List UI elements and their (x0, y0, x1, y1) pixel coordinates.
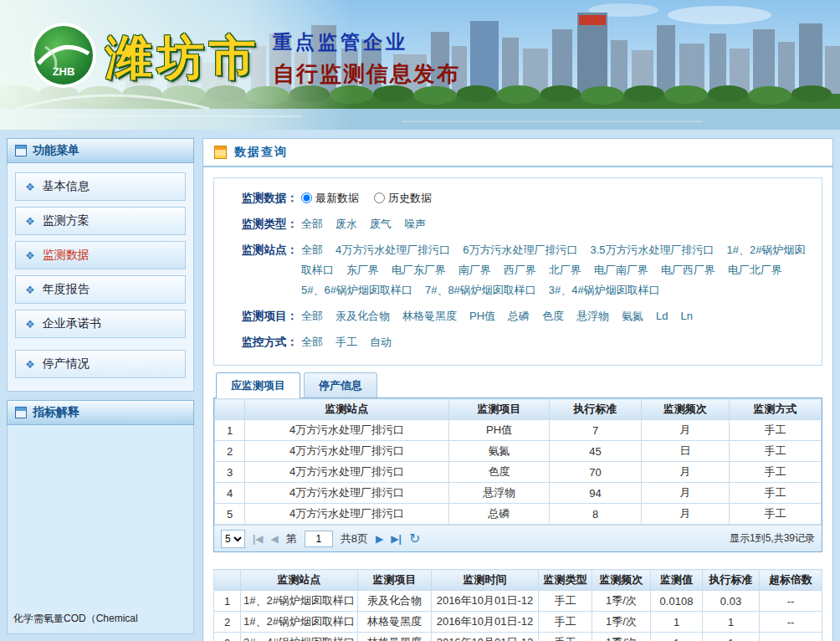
filter-label-item: 监测项目： (223, 306, 298, 326)
row-number-cell: 4 (215, 483, 245, 504)
filter-option-link[interactable]: 悬浮物 (576, 310, 609, 322)
data-cell: 7 (550, 420, 642, 441)
function-menu-title: 功能菜单 (33, 143, 79, 158)
data-cell: 94 (550, 483, 642, 504)
filter-option-link[interactable]: Ln (681, 310, 693, 322)
filter-option-link[interactable]: Ld (656, 310, 668, 322)
sidebar-item-link[interactable]: ❖基本信息 (15, 172, 186, 201)
sidebar-item-link[interactable]: ❖企业承诺书 (15, 310, 186, 338)
filter-option-link[interactable]: 自动 (370, 336, 392, 348)
data-cell: 4万方污水处理厂排污口 (245, 504, 449, 525)
table-row: 34万方污水处理厂排污口色度70月手工 (215, 462, 822, 483)
filter-option-link[interactable]: 北厂界 (549, 264, 581, 276)
column-header: 监测站点 (241, 570, 358, 591)
diamond-icon: ❖ (25, 284, 35, 296)
data-cell: 2016年10月01日-12 (432, 591, 539, 612)
sidebar-item-link[interactable]: ❖停产情况 (15, 350, 186, 378)
tab-panel: 监测站点监测项目执行标准监测频次监测方式 14万方污水处理厂排污口PH值7月手工… (213, 398, 822, 552)
banner: ZHB 潍坊市 重点监管企业 自行监测信息发布 (0, 0, 840, 130)
data-cell: 4万方污水处理厂排污口 (245, 462, 449, 483)
menu-window-icon (15, 145, 27, 156)
clipboard-icon (214, 146, 227, 159)
sidebar-item-label: 基本信息 (43, 179, 90, 194)
filter-option-link[interactable]: 7#、8#锅炉烟囱取样口 (425, 284, 536, 296)
filter-option-link[interactable]: 全部 (301, 310, 323, 322)
indicator-title: 指标解释 (33, 405, 79, 420)
data-cell: 月 (642, 483, 730, 504)
filter-option-link[interactable]: 总磷 (508, 310, 530, 322)
radio-input[interactable] (301, 192, 312, 203)
tabs: 应监测项目停产信息 (213, 372, 822, 398)
filter-option-link[interactable]: 电厂西厂界 (661, 264, 715, 276)
filter-option-link[interactable]: 3#、4#锅炉烟囱取样口 (549, 284, 660, 296)
sidebar-item-link[interactable]: ❖年度报告 (15, 275, 186, 304)
table-row: 44万方污水处理厂排污口悬浮物94月手工 (215, 483, 822, 504)
filter-option-link[interactable]: 电厂东厂界 (392, 264, 446, 276)
data-cell: 汞及化合物 (358, 591, 432, 612)
diamond-icon: ❖ (25, 249, 35, 262)
data-cell: 悬浮物 (449, 483, 550, 504)
data-cell: 手工 (730, 420, 822, 441)
table-row: 21#、2#锅炉烟囱取样口林格曼黑度2016年10月01日-12手工1季/次11… (214, 612, 822, 633)
page-size-select[interactable]: 5 (221, 530, 245, 548)
radio-option[interactable]: 最新数据 (301, 192, 359, 204)
page-header: 数据查询 (203, 139, 832, 167)
filter-option-link[interactable]: 手工 (335, 336, 357, 348)
filter-option-link[interactable]: 4万方污水处理厂排污口 (335, 244, 450, 256)
first-page-icon[interactable]: |◀ (253, 533, 264, 545)
method-options: 全部手工自动 (298, 332, 813, 352)
sidebar-item-active[interactable]: ❖监测数据 (15, 241, 186, 269)
data-options: 最新数据历史数据 (298, 188, 813, 208)
filter-option-link[interactable]: 西厂界 (504, 264, 536, 276)
data-cell: 1 (651, 612, 703, 633)
filter-option-link[interactable]: 6万方污水处理厂排污口 (463, 244, 577, 256)
page-number-input[interactable] (305, 531, 333, 547)
filter-option-link[interactable]: 汞及化合物 (335, 310, 390, 322)
data-cell: 手工 (539, 591, 592, 612)
prev-page-icon[interactable]: ◀ (271, 533, 279, 545)
indicator-panel: 化学需氧量COD（Chemical (7, 425, 194, 634)
filter-option-link[interactable]: 色度 (542, 310, 564, 322)
type-options: 全部废水废气噪声 (298, 214, 813, 234)
filter-option-link[interactable]: 5#、6#锅炉烟囱取样口 (301, 284, 412, 296)
refresh-icon[interactable]: ↻ (409, 532, 420, 546)
diamond-icon: ❖ (25, 181, 35, 193)
filter-option-link[interactable]: 全部 (301, 244, 323, 256)
next-page-icon[interactable]: ▶ (376, 533, 383, 545)
radio-input[interactable] (374, 192, 385, 203)
data-cell: 4万方污水处理厂排污口 (245, 441, 449, 462)
filter-option-link[interactable]: 南厂界 (458, 264, 491, 276)
tab-inactive[interactable]: 停产信息 (304, 372, 377, 397)
filter-option-link[interactable]: 东厂界 (346, 264, 379, 276)
tab-active[interactable]: 应监测项目 (216, 372, 300, 397)
page-prefix-label: 第 (286, 531, 297, 546)
row-number-cell: 2 (215, 441, 245, 462)
sidebar-item-link[interactable]: ❖监测方案 (15, 207, 186, 235)
radio-option[interactable]: 历史数据 (374, 192, 432, 204)
column-header: 监测站点 (245, 399, 449, 420)
column-header: 超标倍数 (760, 570, 822, 591)
filter-option-link[interactable]: PH值 (469, 310, 495, 322)
filter-option-link[interactable]: 电厂北厂界 (728, 264, 782, 276)
filter-option-link[interactable]: 全部 (301, 336, 323, 348)
filter-option-link[interactable]: 废水 (335, 218, 357, 230)
filter-option-link[interactable]: 废气 (370, 218, 392, 230)
main-content: 数据查询 监测数据： 最新数据历史数据 监测类型： 全部废水废气噪声 监测站点：… (202, 138, 833, 641)
filter-option-link[interactable]: 3.5万方污水处理厂排污口 (590, 244, 714, 256)
sidebar-menu: ❖基本信息❖监测方案❖监测数据❖年度报告❖企业承诺书❖停产情况 (7, 163, 194, 392)
table-row: 54万方污水处理厂排污口总磷8月手工 (215, 504, 822, 525)
column-header: 监测值 (651, 570, 703, 591)
item-options: 全部汞及化合物林格曼黑度PH值总磷色度悬浮物氨氮LdLn (298, 306, 813, 326)
data-cell: 1 (651, 633, 703, 641)
data-cell: 月 (642, 504, 730, 525)
filter-option-link[interactable]: 氨氮 (622, 310, 643, 322)
monitoring-data-table: 监测站点监测项目监测时间监测类型监测频次监测值执行标准超标倍数 11#、2#锅炉… (213, 569, 822, 641)
filter-option-link[interactable]: 全部 (301, 218, 323, 230)
filter-option-link[interactable]: 电厂南厂界 (594, 264, 648, 276)
sidebar: 功能菜单 ❖基本信息❖监测方案❖监测数据❖年度报告❖企业承诺书❖停产情况 指标解… (7, 138, 194, 634)
sidebar-item-label: 年度报告 (43, 282, 90, 297)
filter-option-link[interactable]: 噪声 (404, 218, 426, 230)
last-page-icon[interactable]: ▶| (391, 533, 402, 545)
site-subtitle-2: 自行监测信息发布 (273, 59, 460, 89)
filter-option-link[interactable]: 林格曼黑度 (402, 310, 457, 322)
